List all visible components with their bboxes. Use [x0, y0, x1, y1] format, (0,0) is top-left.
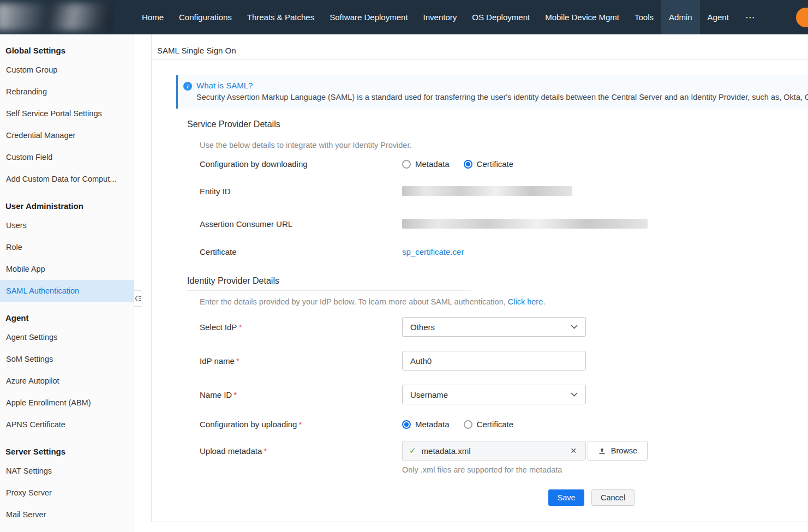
sidebar-item-add-custom-data[interactable]: Add Custom Data for Comput... — [0, 168, 134, 190]
download-metadata-label: Metadata — [415, 159, 450, 169]
sidebar-item-azure-autopilot[interactable]: Azure Autopilot — [0, 370, 134, 392]
name-id-label-text: Name ID — [200, 390, 232, 399]
page-header: SAML Single Sign On — [152, 34, 808, 60]
radio-selected-icon[interactable] — [402, 420, 411, 429]
assertion-consumer-url-label: Assertion Consumer URL — [200, 219, 402, 229]
sidebar-heading-server-settings: Server Settings — [0, 435, 134, 460]
upload-icon — [598, 447, 606, 455]
idp-name-label-text: IdP name — [200, 356, 235, 366]
nav-item-inventory[interactable]: Inventory — [416, 0, 465, 34]
identity-provider-subtitle-text: Enter the details provided by your IdP b… — [200, 297, 506, 306]
identity-provider-subtitle: Enter the details provided by your IdP b… — [200, 297, 808, 306]
product-logo-blur — [0, 3, 112, 31]
browse-button-label: Browse — [611, 446, 637, 455]
sidebar-item-apple-enrollment[interactable]: Apple Enrollment (ABM) — [0, 392, 134, 414]
idp-name-row: IdP name* — [200, 351, 808, 370]
sidebar-item-nat-settings[interactable]: NAT Settings — [0, 460, 134, 482]
required-marker: * — [238, 322, 242, 332]
browse-button[interactable]: Browse — [588, 441, 648, 461]
sidebar-item-mail-server[interactable]: Mail Server — [0, 504, 134, 525]
nav-item-configurations[interactable]: Configurations — [171, 0, 240, 34]
info-icon: i — [183, 82, 192, 91]
download-metadata-option[interactable]: Metadata — [402, 159, 450, 169]
account-icon[interactable] — [796, 8, 808, 27]
sidebar-heading-agent: Agent — [0, 302, 134, 326]
sp-certificate-download-link[interactable]: sp_certificate.cer — [402, 247, 464, 256]
uploaded-file-box: ✓ metadata.xml ✕ — [402, 441, 586, 461]
nav-item-mobile-device-mgmt[interactable]: Mobile Device Mgmt — [537, 0, 627, 34]
nav-item-software-deployment[interactable]: Software Deployment — [322, 0, 415, 34]
sidebar-item-proxy-server[interactable]: Proxy Server — [0, 482, 134, 504]
upload-metadata-option[interactable]: Metadata — [402, 420, 450, 429]
sidebar-item-agent-settings[interactable]: Agent Settings — [0, 326, 134, 348]
saml-description-text: Security Assertion Markup Language (SAML… — [196, 93, 808, 101]
sidebar-collapse-toggle[interactable] — [134, 290, 142, 307]
select-idp-dropdown[interactable]: Others — [402, 317, 586, 337]
idp-name-input[interactable] — [402, 351, 586, 370]
save-button[interactable]: Save — [548, 489, 584, 506]
saml-info-banner: i What is SAML? Security Assertion Marku… — [176, 75, 808, 109]
required-marker: * — [236, 356, 240, 366]
select-idp-label: Select IdP* — [200, 322, 402, 332]
product-logo[interactable] — [0, 0, 115, 34]
sidebar-item-mobile-app[interactable]: Mobile App — [0, 258, 134, 280]
form-actions: Save Cancel — [548, 489, 808, 506]
nav-item-threats-patches[interactable]: Threats & Patches — [240, 0, 322, 34]
upload-certificate-option[interactable]: Certificate — [464, 420, 514, 429]
nav-items: Home Configurations Threats & Patches So… — [134, 0, 765, 34]
upload-metadata-option-label: Metadata — [415, 420, 450, 429]
sp-certificate-label: Certificate — [200, 247, 402, 256]
sidebar-item-custom-field[interactable]: Custom Field — [0, 146, 134, 168]
name-id-row: Name ID* Username — [200, 385, 808, 404]
select-idp-value: Others — [410, 322, 435, 332]
sidebar-item-custom-group[interactable]: Custom Group — [0, 59, 134, 81]
uploaded-file-name: metadata.xml — [422, 446, 471, 456]
collapse-chevron-icon — [135, 295, 142, 302]
identity-provider-section: Identity Provider Details Enter the deta… — [187, 276, 808, 506]
upload-hint-text: Only .xml files are supported for the me… — [402, 465, 808, 474]
sidebar-item-self-service-portal-settings[interactable]: Self Service Portal Settings — [0, 103, 134, 124]
sidebar-heading-global-settings: Global Settings — [0, 34, 134, 59]
radio-unselected-icon[interactable] — [402, 160, 411, 169]
nav-item-os-deployment[interactable]: OS Deployment — [464, 0, 537, 34]
click-here-link[interactable]: Click here. — [508, 297, 546, 306]
cancel-button[interactable]: Cancel — [591, 489, 635, 506]
entity-id-redacted-value — [402, 186, 572, 196]
chevron-down-icon — [571, 325, 578, 329]
chevron-down-icon — [571, 392, 578, 397]
nav-item-agent[interactable]: Agent — [700, 0, 737, 34]
check-icon: ✓ — [409, 446, 416, 456]
remove-file-icon[interactable]: ✕ — [568, 445, 579, 456]
idp-name-label: IdP name* — [200, 356, 402, 366]
sidebar-item-som-settings[interactable]: SoM Settings — [0, 348, 134, 370]
name-id-value: Username — [410, 390, 448, 399]
sidebar-item-saml-authentication[interactable]: SAML Authentication — [0, 280, 134, 302]
what-is-saml-link[interactable]: What is SAML? — [196, 81, 253, 90]
radio-selected-icon[interactable] — [464, 160, 472, 169]
download-certificate-option[interactable]: Certificate — [464, 159, 514, 169]
config-upload-label-text: Configuration by uploading — [200, 420, 297, 429]
nav-more-button[interactable]: ⋯ — [737, 0, 765, 34]
nav-item-home[interactable]: Home — [134, 0, 171, 34]
config-upload-radio-group: Metadata Certificate — [402, 420, 528, 429]
sidebar-item-credential-manager[interactable]: Credential Manager — [0, 124, 134, 146]
assertion-consumer-url-row: Assertion Consumer URL — [200, 219, 808, 229]
upload-certificate-option-label: Certificate — [477, 420, 514, 429]
entity-id-label: Entity ID — [200, 187, 402, 196]
service-provider-heading: Service Provider Details — [187, 119, 471, 134]
sp-certificate-row: Certificate sp_certificate.cer — [200, 247, 808, 256]
name-id-dropdown[interactable]: Username — [402, 385, 586, 404]
nav-item-tools[interactable]: Tools — [627, 0, 661, 34]
radio-unselected-icon[interactable] — [464, 420, 472, 429]
sidebar-item-rebranding[interactable]: Rebranding — [0, 81, 134, 103]
sidebar-item-apns-certificate[interactable]: APNS Certificate — [0, 414, 134, 435]
settings-sidebar: Global Settings Custom Group Rebranding … — [0, 34, 134, 532]
config-upload-row: Configuration by uploading* Metadata Cer… — [200, 420, 808, 429]
sidebar-item-role[interactable]: Role — [0, 236, 134, 258]
required-marker: * — [234, 390, 237, 399]
sidebar-item-users[interactable]: Users — [0, 214, 134, 236]
nav-item-admin[interactable]: Admin — [661, 0, 700, 34]
sidebar-heading-user-administration: User Administration — [0, 190, 134, 214]
upload-metadata-label-text: Upload metadata — [200, 446, 262, 456]
service-provider-subtitle: Use the below details to integrate with … — [200, 141, 808, 150]
